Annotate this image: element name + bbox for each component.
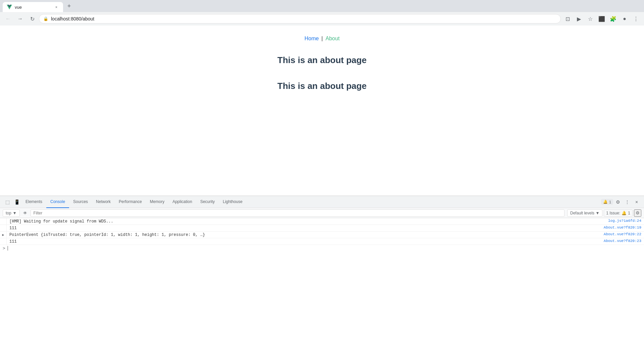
tab-elements-label: Elements [25,199,42,204]
extension-button[interactable]: 🧩 [608,13,619,24]
console-toolbar-right: Default levels ▼ 1 Issue: 🔔 1 ⚙ [567,209,641,217]
tab-memory-label: Memory [150,199,164,204]
device-icon: 📱 [14,199,20,205]
back-button[interactable]: ← [3,13,13,24]
navigation-bar: ← → ↻ 🔒 localhost:8080/about ⊡ ▶ ☆ ⬛ 🧩 ●… [0,12,644,26]
address-bar[interactable]: 🔒 localhost:8080/about [39,14,561,23]
devtools-panel: ⬚ 📱 Elements Console Sources Network Per… [0,196,644,349]
cast-button[interactable]: ▶ [574,13,584,24]
forward-icon: → [17,16,23,22]
console-source-link[interactable]: log.js?1a6fd:24 [605,218,644,225]
about-heading-2: This is an about page [277,81,367,91]
secure-icon: 🔒 [43,16,48,21]
inspect-icon: ⬚ [5,199,10,205]
about-heading-1: This is an about page [277,55,367,65]
console-row-gutter [0,225,7,231]
tab-favicon [7,4,12,10]
about-link[interactable]: About [326,36,340,42]
cast-icon: ▶ [577,16,581,22]
reload-button[interactable]: ↻ [27,13,38,24]
console-message: 111 [7,225,601,231]
screen-search-button[interactable]: ⊡ [562,13,573,24]
more-button[interactable]: ⋮ [631,13,641,24]
issue-count: 1 [609,200,611,204]
tab-sources[interactable]: Sources [69,196,92,208]
console-expand-gutter: ▶ [0,232,7,238]
tab-application-label: Application [172,199,192,204]
bookmark-icon: ☆ [588,16,593,22]
account-button[interactable]: ● [619,13,630,24]
issue-number: 1 [628,211,630,215]
page-content: Home | About This is an about page This … [0,26,644,196]
profile-image-button[interactable]: ⬛ [596,13,607,24]
console-settings-button[interactable]: ⚙ [634,209,641,217]
console-cursor[interactable]: │ [7,246,9,251]
tab-security[interactable]: Security [196,196,219,208]
tab-elements[interactable]: Elements [21,196,46,208]
back-icon: ← [5,16,11,22]
tab-memory[interactable]: Memory [146,196,168,208]
tab-title: vue [15,5,51,10]
browser-actions: ⊡ ▶ ☆ ⬛ 🧩 ● ⋮ [562,13,641,24]
new-tab-button[interactable]: + [64,1,74,11]
tab-sources-label: Sources [73,199,88,204]
top-label: top [6,211,11,215]
console-row-gutter [0,238,7,245]
console-message-text: 111 [9,239,17,244]
issue-text: 1 Issue: [606,211,620,215]
devtools-settings-button[interactable]: ⚙ [613,197,623,207]
console-row[interactable]: ▶ PointerEvent {isTrusted: true, pointer… [0,232,644,238]
bookmark-button[interactable]: ☆ [585,13,596,24]
chevron-down-icon: ▼ [13,211,17,215]
default-levels-button[interactable]: Default levels ▼ [567,209,602,217]
inspect-element-button[interactable]: ⬚ [3,197,12,207]
devtools-tab-bar: ⬚ 📱 Elements Console Sources Network Per… [0,196,644,208]
devtools-more-button[interactable]: ⋮ [623,197,632,207]
tab-close-button[interactable]: × [54,4,59,10]
console-source-link[interactable]: About.vue?f820:23 [601,238,644,245]
reload-icon: ↻ [30,16,35,22]
console-message-text: PointerEvent {isTrusted: true, pointerId… [9,233,205,237]
tab-lighthouse[interactable]: Lighthouse [219,196,247,208]
console-message: [HMR] Waiting for update signal from WDS… [7,218,605,225]
tab-network-label: Network [96,199,111,204]
issue-count-badge: 1 Issue: 🔔 1 [604,209,633,217]
tab-network[interactable]: Network [92,196,115,208]
tab-console-label: Console [50,199,65,204]
browser-window: vue × + ← → ↻ 🔒 localhost:8080/about ⊡ ▶… [0,0,644,349]
profile-icon: ⬛ [598,16,605,22]
tab-console[interactable]: Console [46,196,69,208]
console-settings-icon: ⚙ [636,210,640,215]
forward-button[interactable]: → [15,13,25,24]
console-row: [HMR] Waiting for update signal from WDS… [0,218,644,225]
console-prompt-symbol: > [3,246,5,251]
console-filter-input[interactable] [31,209,565,217]
tab-performance[interactable]: Performance [115,196,146,208]
tab-application[interactable]: Application [168,196,196,208]
issue-bell-icon: 🔔 [622,211,627,215]
default-levels-label: Default levels ▼ [570,211,599,215]
console-output: [HMR] Waiting for update signal from WDS… [0,218,644,349]
top-context-selector[interactable]: top ▼ [3,209,20,217]
nav-separator: | [321,36,323,42]
settings-icon: ⚙ [616,199,620,205]
console-message-text: 111 [9,226,17,231]
console-message-text: [HMR] Waiting for update signal from WDS… [9,219,113,224]
console-source-link[interactable]: About.vue?f820:19 [601,225,644,231]
device-mode-button[interactable]: 📱 [12,197,21,207]
eye-icon[interactable]: 👁 [22,210,28,216]
issue-badge-icon: 🔔 [603,200,608,204]
console-message-expandable[interactable]: PointerEvent {isTrusted: true, pointerId… [7,232,601,238]
console-source-link[interactable]: About.vue?f820:22 [601,232,644,238]
tab-performance-label: Performance [119,199,142,204]
active-tab[interactable]: vue × [3,2,63,12]
console-row: 111 About.vue?f820:19 [0,225,644,232]
console-message: 111 [7,238,601,245]
devtools-close-button[interactable]: × [632,197,641,207]
devtools-more-icon: ⋮ [625,199,630,205]
tab-bar: vue × + [0,0,644,12]
tab-security-label: Security [200,199,215,204]
console-input-row: > │ [0,245,644,251]
home-link[interactable]: Home [305,36,319,42]
more-icon: ⋮ [633,16,639,22]
